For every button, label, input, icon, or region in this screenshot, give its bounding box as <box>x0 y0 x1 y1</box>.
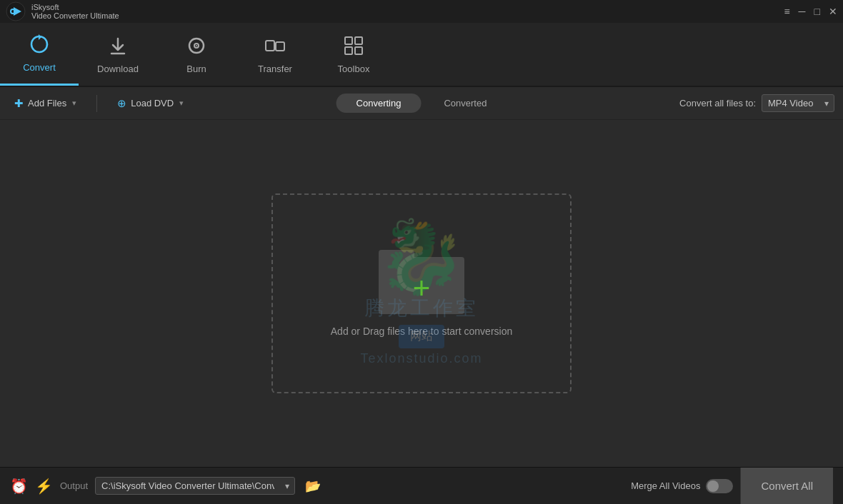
toolbar-toolbox[interactable]: Toolbox <box>314 23 393 86</box>
app-logo-area: iSkysoft Video Converter Ultimate <box>6 1 119 21</box>
app-name-bottom: Video Converter Ultimate <box>31 11 119 20</box>
toolbar-download[interactable]: Download <box>79 23 157 86</box>
toolbox-label: Toolbox <box>338 64 370 74</box>
app-logo-icon <box>6 1 26 21</box>
lightning-icon[interactable]: ⚡ <box>35 478 53 495</box>
svg-rect-14 <box>355 47 362 54</box>
folder-open-icon[interactable]: 📂 <box>305 478 321 494</box>
download-icon <box>107 35 129 59</box>
output-path-select[interactable]: C:\iSkysoft Video Converter Ultimate\Con… <box>95 477 295 495</box>
subtoolbar: ✚ Add Files ▾ ⊕ Load DVD ▾ Converting Co… <box>0 87 843 120</box>
tab-converted[interactable]: Converted <box>424 94 507 113</box>
transfer-label: Transfer <box>258 64 292 74</box>
toggle-knob <box>707 480 719 492</box>
convert-all-button[interactable]: Convert All <box>740 468 833 505</box>
svg-rect-11 <box>345 37 352 44</box>
minimize-icon[interactable]: ─ <box>799 6 806 17</box>
add-files-label: Add Files <box>28 98 66 109</box>
load-dvd-label: Load DVD <box>131 98 174 109</box>
merge-area: Merge All Videos <box>631 479 733 493</box>
convert-label: Convert <box>23 62 56 73</box>
toolbar-burn[interactable]: Burn <box>157 23 236 86</box>
tab-converting[interactable]: Converting <box>336 94 422 113</box>
convert-all-select[interactable]: MP4 Video <box>762 94 834 112</box>
plus-icon: + <box>413 273 431 303</box>
subtoolbar-divider <box>96 95 97 112</box>
transfer-icon <box>264 35 286 59</box>
add-files-arrow-icon: ▾ <box>72 99 76 108</box>
toolbox-icon <box>343 35 364 59</box>
main-toolbar: Convert Download Burn Tran <box>0 23 843 87</box>
folder-icon-wrap: + <box>379 250 464 314</box>
svg-point-7 <box>196 45 197 46</box>
output-label: Output <box>60 480 88 491</box>
svg-rect-13 <box>345 47 352 54</box>
svg-rect-9 <box>276 42 284 51</box>
svg-rect-12 <box>355 37 362 44</box>
convert-icon <box>29 34 50 58</box>
load-dvd-button[interactable]: ⊕ Load DVD ▾ <box>111 94 189 113</box>
burn-label: Burn <box>186 64 206 74</box>
folder-body: + <box>379 257 464 314</box>
app-name-block: iSkysoft Video Converter Ultimate <box>31 3 119 20</box>
toolbar-transfer[interactable]: Transfer <box>236 23 314 86</box>
svg-marker-3 <box>39 34 41 40</box>
title-bar: iSkysoft Video Converter Ultimate ≡ ─ □ … <box>0 0 843 23</box>
toolbar-convert[interactable]: Convert <box>0 23 79 86</box>
drop-zone[interactable]: + Add or Drag files here to start conver… <box>271 193 572 393</box>
add-files-button[interactable]: ✚ Add Files ▾ <box>9 94 82 113</box>
convert-all-area: Convert all files to: MP4 Video <box>679 94 834 112</box>
drop-label: Add or Drag files here to start conversi… <box>331 326 512 337</box>
svg-rect-8 <box>266 41 274 51</box>
dvd-icon: ⊕ <box>117 97 126 110</box>
burn-icon <box>186 35 207 59</box>
close-icon[interactable]: ✕ <box>829 6 837 17</box>
window-controls: ≡ ─ □ ✕ <box>784 6 837 17</box>
add-icon: ✚ <box>14 97 24 110</box>
toggle-wrap <box>706 479 733 493</box>
convert-all-label: Convert all files to: <box>679 98 756 109</box>
clock-icon[interactable]: ⏰ <box>10 478 28 495</box>
download-label: Download <box>97 64 139 74</box>
load-dvd-arrow-icon: ▾ <box>179 99 184 108</box>
app-name-top: iSkysoft <box>31 3 119 11</box>
main-content: 🐉 腾龙工作室 网站 Texlonstudio.com + Add or Dra… <box>0 120 843 467</box>
tabs-container: Converting Converted <box>336 94 507 113</box>
bottom-bar: ⏰ ⚡ Output C:\iSkysoft Video Converter U… <box>0 467 843 504</box>
merge-toggle[interactable] <box>706 479 733 493</box>
output-path-wrap: C:\iSkysoft Video Converter Ultimate\Con… <box>95 477 295 495</box>
menu-icon[interactable]: ≡ <box>784 6 789 17</box>
maximize-icon[interactable]: □ <box>814 6 820 17</box>
merge-label: Merge All Videos <box>631 480 700 491</box>
convert-all-select-wrap: MP4 Video <box>762 94 834 112</box>
